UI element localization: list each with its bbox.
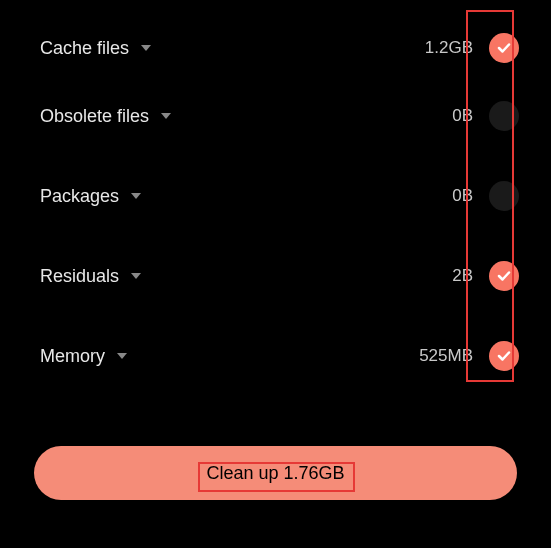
cleanup-button[interactable]: Clean up 1.76GB — [34, 446, 517, 500]
checkbox-checked[interactable] — [489, 33, 519, 63]
checkbox-unchecked[interactable] — [489, 181, 519, 211]
item-label: Cache files — [40, 38, 129, 59]
cleanup-button-label: Clean up 1.76GB — [206, 463, 344, 484]
row-memory[interactable]: Memory 525MB — [40, 316, 519, 396]
chevron-down-icon — [117, 353, 127, 360]
item-label: Memory — [40, 346, 105, 367]
chevron-down-icon — [161, 113, 171, 120]
chevron-down-icon — [131, 193, 141, 200]
row-cache-files[interactable]: Cache files 1.2GB — [40, 20, 519, 76]
row-packages[interactable]: Packages 0B — [40, 156, 519, 236]
cleanup-list: Cache files 1.2GB Obsolete files 0B Pack… — [0, 0, 551, 396]
chevron-down-icon — [141, 45, 151, 52]
item-size: 2B — [452, 266, 473, 286]
checkbox-checked[interactable] — [489, 341, 519, 371]
checkbox-unchecked[interactable] — [489, 101, 519, 131]
chevron-down-icon — [131, 273, 141, 280]
item-size: 1.2GB — [425, 38, 473, 58]
checkbox-checked[interactable] — [489, 261, 519, 291]
item-label: Residuals — [40, 266, 119, 287]
row-obsolete-files[interactable]: Obsolete files 0B — [40, 76, 519, 156]
item-label: Packages — [40, 186, 119, 207]
item-size: 0B — [452, 186, 473, 206]
item-size: 525MB — [419, 346, 473, 366]
item-size: 0B — [452, 106, 473, 126]
item-label: Obsolete files — [40, 106, 149, 127]
row-residuals[interactable]: Residuals 2B — [40, 236, 519, 316]
